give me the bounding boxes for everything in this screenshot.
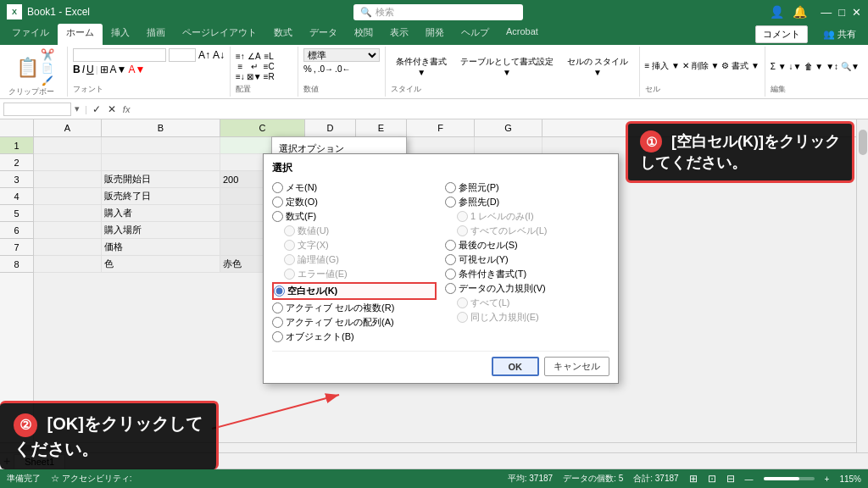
radio-level1[interactable]: 1 レベルのみ(I) xyxy=(445,209,609,224)
radio-last-cell[interactable]: 最後のセル(S) xyxy=(445,238,609,252)
row-header-8[interactable]: 8 xyxy=(0,256,33,273)
cell-b2[interactable] xyxy=(102,154,220,171)
fill-btn[interactable]: ↓▼ xyxy=(789,62,802,71)
radio-ronri[interactable]: 論理値(G) xyxy=(272,252,437,267)
cell-styles-btn[interactable]: セルの スタイル ▼ xyxy=(561,56,633,77)
zoom-in-btn[interactable]: + xyxy=(825,474,830,484)
table-format-btn[interactable]: テーブルとして書式設定 ▼ xyxy=(455,56,559,77)
row-header-1[interactable]: 1 xyxy=(0,137,33,154)
row-header-5[interactable]: 5 xyxy=(0,205,33,222)
formula-input[interactable] xyxy=(133,103,865,115)
radio-suuchi[interactable]: 数値(U) xyxy=(272,224,437,238)
col-header-f[interactable]: F xyxy=(407,119,475,136)
tab-file[interactable]: ファイル xyxy=(3,24,58,45)
align-center-btn[interactable]: ≡C xyxy=(264,62,275,71)
radio-object[interactable]: オブジェクト(B) xyxy=(272,330,437,344)
radio-all-v[interactable]: すべて(L) xyxy=(445,296,609,310)
cell-a7[interactable] xyxy=(34,239,102,256)
name-box[interactable]: C1 xyxy=(3,103,71,116)
radio-teisu[interactable]: 定数(O) xyxy=(272,195,437,209)
radio-same-v[interactable]: 同じ入力規則(E) xyxy=(445,310,609,324)
increase-decimal-btn[interactable]: .0→ xyxy=(318,64,333,74)
col-header-a[interactable]: A xyxy=(34,119,102,136)
cell-b4[interactable]: 販売終了日 xyxy=(102,188,220,205)
cancel-formula-icon[interactable]: ✕ xyxy=(104,103,120,116)
row-header-6[interactable]: 6 xyxy=(0,222,33,239)
col-header-b[interactable]: B xyxy=(102,119,220,136)
radio-sushiki[interactable]: 数式(F) xyxy=(272,209,437,224)
fill-color-btn[interactable]: A▼ xyxy=(110,64,127,75)
radio-all-levels[interactable]: すべてのレベル(L) xyxy=(445,224,609,238)
row-header-4[interactable]: 4 xyxy=(0,188,33,205)
comment-button[interactable]: コメント xyxy=(755,25,808,43)
cell-a1[interactable] xyxy=(34,137,102,154)
cell-b5[interactable]: 購入者 xyxy=(102,205,220,222)
cell-a3[interactable] xyxy=(34,171,102,188)
cut-btn[interactable]: ✂️ xyxy=(41,48,54,61)
row-header-7[interactable]: 7 xyxy=(0,239,33,256)
share-button[interactable]: 👥共有 xyxy=(815,25,865,43)
radio-visible[interactable]: 可視セル(Y) xyxy=(445,252,609,267)
cell-a5[interactable] xyxy=(34,205,102,222)
angle-btn[interactable]: ∠A xyxy=(247,52,262,61)
radio-moji[interactable]: 文字(X) xyxy=(272,238,437,252)
zoom-out-btn[interactable]: — xyxy=(745,474,754,484)
tab-acrobat[interactable]: Acrobat xyxy=(498,24,547,45)
decrease-decimal-btn[interactable]: .0← xyxy=(335,64,350,74)
close-btn[interactable]: ✕ xyxy=(852,6,861,19)
cell-b3[interactable]: 販売開始日 xyxy=(102,171,220,188)
tab-dev[interactable]: 開発 xyxy=(417,24,453,45)
align-bottom-btn[interactable]: ≡↓ xyxy=(236,72,245,81)
search-bar[interactable]: 🔍 検索 xyxy=(353,4,523,20)
border-btn[interactable]: ⊞ xyxy=(100,64,108,75)
align-middle-btn[interactable]: ≡ xyxy=(236,62,245,71)
cell-b8[interactable]: 色 xyxy=(102,256,220,273)
cell-g1[interactable] xyxy=(475,137,542,154)
tab-review[interactable]: 校閲 xyxy=(346,24,381,45)
number-format-select[interactable]: 標準 xyxy=(303,48,380,62)
cell-a4[interactable] xyxy=(34,188,102,205)
find-btn[interactable]: 🔍▼ xyxy=(841,62,860,71)
bell-icon[interactable]: 🔔 xyxy=(793,5,807,19)
cell-f1[interactable] xyxy=(407,137,475,154)
radio-active-multiple[interactable]: アクティブ セルの複数(R) xyxy=(272,301,437,315)
insert-cells-btn[interactable]: ≡ 挿入 ▼ xyxy=(645,60,680,72)
tab-home[interactable]: ホーム xyxy=(58,24,103,45)
view-page-icon[interactable]: ⊡ xyxy=(708,473,716,485)
radio-active-array[interactable]: アクティブ セルの配列(A) xyxy=(272,315,437,330)
radio-sanshyo-d[interactable]: 参照先(D) xyxy=(445,195,609,209)
delete-cells-btn[interactable]: ✕ 削除 ▼ xyxy=(682,60,719,72)
font-size-input[interactable]: 11 xyxy=(169,48,196,62)
col-header-e[interactable]: E xyxy=(356,119,407,136)
radio-conditional[interactable]: 条件付き書式(T) xyxy=(445,267,609,281)
maximize-btn[interactable]: □ xyxy=(838,6,845,19)
tab-view[interactable]: 表示 xyxy=(381,24,417,45)
tab-data[interactable]: データ xyxy=(301,24,346,45)
col-header-d[interactable]: D xyxy=(305,119,356,136)
radio-error[interactable]: エラー値(E) xyxy=(272,267,437,281)
underline-btn[interactable]: U xyxy=(86,64,94,75)
comma-btn[interactable]: , xyxy=(314,64,316,74)
zoom-slider[interactable] xyxy=(764,477,815,480)
cell-a2[interactable] xyxy=(34,154,102,171)
increase-font-btn[interactable]: A↑ xyxy=(198,49,210,61)
user-icon[interactable]: 👤 xyxy=(770,5,784,19)
tab-page-layout[interactable]: ページレイアウト xyxy=(174,24,265,45)
align-left-btn[interactable]: ≡L xyxy=(264,52,275,61)
radio-sanshyo-p[interactable]: 参照元(P) xyxy=(445,180,609,195)
align-top-btn[interactable]: ≡↑ xyxy=(236,52,245,61)
paste-btn[interactable]: 📋 xyxy=(16,57,39,79)
tab-help[interactable]: ヘルプ xyxy=(453,24,498,45)
percent-btn[interactable]: % xyxy=(303,64,312,74)
align-right-btn[interactable]: ≡R xyxy=(264,72,275,81)
merge-btn[interactable]: ⊠▼ xyxy=(247,72,262,81)
format-cells-btn[interactable]: ⚙ 書式 ▼ xyxy=(721,60,759,72)
ok-button[interactable]: OK xyxy=(492,357,540,376)
radio-blank-cell[interactable]: 空白セル(K) xyxy=(272,282,437,300)
cell-a8[interactable] xyxy=(34,256,102,273)
italic-btn[interactable]: I xyxy=(82,64,85,75)
radio-memo[interactable]: メモ(N) xyxy=(272,180,437,195)
copy-btn[interactable]: 📄 xyxy=(41,63,54,74)
row-header-2[interactable]: 2 xyxy=(0,154,33,171)
sum-btn[interactable]: Σ ▼ xyxy=(771,62,787,71)
